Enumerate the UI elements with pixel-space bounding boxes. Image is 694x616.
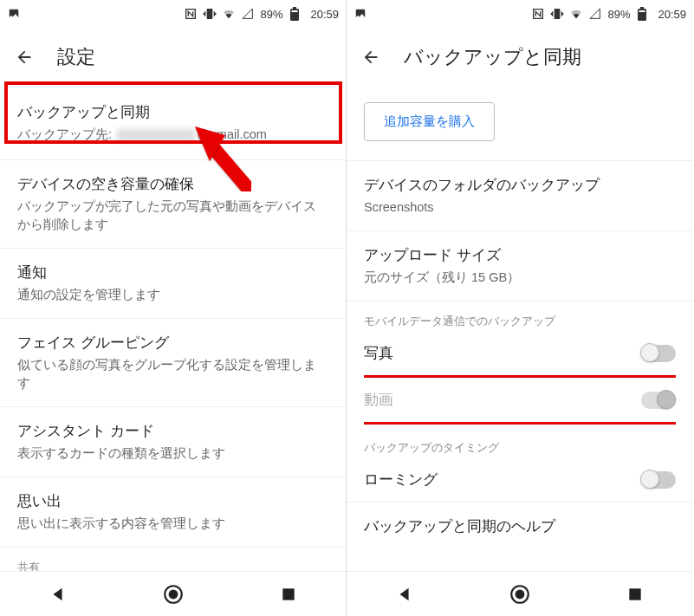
- svg-rect-1: [293, 7, 296, 9]
- nav-home[interactable]: [505, 580, 535, 609]
- svg-rect-2: [292, 10, 298, 12]
- vibrate-icon: [203, 7, 217, 21]
- item-label: アシスタント カード: [17, 421, 328, 441]
- redacted-email: [117, 129, 195, 141]
- item-sub: Screenshots: [364, 198, 676, 217]
- item-label: バックアップと同期: [17, 102, 328, 122]
- wifi-icon: [222, 7, 236, 21]
- item-free-up-space[interactable]: デバイスの空き容量の確保 バックアップが完了した元の写真や動画をデバイスから削除…: [0, 160, 346, 249]
- status-time: 20:59: [658, 8, 686, 21]
- back-button[interactable]: [7, 40, 42, 75]
- nav-recent[interactable]: [620, 580, 650, 609]
- svg-rect-11: [630, 588, 641, 600]
- item-label: デバイスの空き容量の確保: [17, 174, 328, 194]
- item-device-folders[interactable]: デバイスのフォルダのバックアップ Screenshots: [347, 161, 693, 231]
- signal-icon: [241, 7, 255, 21]
- nfc-icon: [184, 7, 198, 21]
- item-notifications[interactable]: 通知 通知の設定を管理します: [0, 249, 346, 319]
- nav-back[interactable]: [390, 580, 419, 609]
- item-sub: バックアップ先: @gmail.com: [17, 126, 328, 144]
- section-mobile-data: モバイルデータ通信でのバックアップ: [347, 302, 693, 331]
- svg-point-10: [516, 589, 525, 599]
- backup-list: 追加容量を購入 デバイスのフォルダのバックアップ Screenshots アップ…: [347, 87, 693, 571]
- title-bar: バックアップと同期: [347, 28, 693, 87]
- item-assistant-cards[interactable]: アシスタント カード 表示するカードの種類を選択します: [0, 407, 346, 477]
- switch-icon[interactable]: [641, 392, 676, 409]
- item-memories[interactable]: 思い出 思い出に表示する内容を管理します: [0, 477, 346, 548]
- switch-icon[interactable]: [641, 471, 676, 489]
- item-sub: 似ている顔の写真をグループ化する設定を管理します: [17, 356, 328, 392]
- item-sub: バックアップが完了した元の写真や動画をデバイスから削除します: [17, 198, 328, 234]
- battery-pct: 89%: [607, 8, 630, 21]
- svg-rect-7: [640, 7, 644, 9]
- svg-rect-8: [639, 10, 645, 12]
- toggle-photos[interactable]: 写真: [347, 331, 693, 375]
- toggle-label: 写真: [364, 343, 641, 363]
- item-label: デバイスのフォルダのバックアップ: [364, 175, 676, 195]
- nav-back[interactable]: [43, 580, 73, 609]
- item-label: 通知: [17, 263, 328, 282]
- page-title: バックアップと同期: [404, 44, 581, 70]
- app-icon: [7, 7, 21, 21]
- back-button[interactable]: [353, 40, 388, 75]
- svg-point-4: [168, 589, 178, 599]
- nfc-icon: [531, 7, 545, 21]
- item-label: フェイス グルーピング: [17, 333, 328, 353]
- status-time: 20:59: [310, 8, 339, 21]
- nav-home[interactable]: [159, 580, 188, 609]
- svg-rect-5: [282, 588, 294, 600]
- page-title: 設定: [57, 44, 95, 70]
- toggle-videos[interactable]: 動画: [347, 378, 693, 422]
- nav-recent[interactable]: [274, 580, 303, 609]
- toggle-roaming[interactable]: ローミング: [347, 457, 693, 503]
- item-upload-size[interactable]: アップロード サイズ 元のサイズ（残り 15 GB）: [347, 231, 693, 302]
- battery-icon: [635, 7, 649, 21]
- item-sub: 元のサイズ（残り 15 GB）: [364, 269, 676, 287]
- item-sub: 表示するカードの種類を選択します: [17, 444, 328, 463]
- item-face-grouping[interactable]: フェイス グルーピング 似ている顔の写真をグループ化する設定を管理します: [0, 319, 346, 407]
- buy-storage-button[interactable]: 追加容量を購入: [364, 102, 495, 141]
- item-backup-sync[interactable]: バックアップと同期 バックアップ先: @gmail.com: [0, 87, 346, 160]
- nav-bar: [0, 571, 346, 616]
- signal-icon: [588, 7, 602, 21]
- item-label: アップロード サイズ: [364, 245, 676, 265]
- screen-backup-sync: 89% 20:59 バックアップと同期 追加容量を購入 デバイスのフォルダのバッ…: [347, 0, 693, 616]
- toggle-label: 動画: [364, 390, 641, 410]
- item-sub: 通知の設定を管理します: [17, 286, 328, 304]
- toggle-label: ローミング: [364, 470, 641, 490]
- item-label: 思い出: [17, 491, 328, 511]
- status-bar: 89% 20:59: [0, 0, 346, 28]
- switch-icon[interactable]: [641, 345, 676, 362]
- app-icon: [353, 7, 367, 21]
- item-sub: 思い出に表示する内容を管理します: [17, 515, 328, 533]
- status-bar: 89% 20:59: [347, 0, 693, 28]
- section-timing: バックアップのタイミング: [347, 425, 693, 457]
- nav-bar: [347, 571, 693, 616]
- battery-icon: [288, 7, 302, 21]
- section-share: 共有: [0, 548, 346, 571]
- settings-list: バックアップと同期 バックアップ先: @gmail.com デバイスの空き容量の…: [0, 87, 346, 571]
- screen-settings: 89% 20:59 設定 バックアップと同期 バックアップ先: @gmail.c…: [0, 0, 347, 616]
- battery-pct: 89%: [260, 8, 282, 21]
- vibrate-icon: [550, 7, 564, 21]
- wifi-icon: [569, 7, 583, 21]
- item-help[interactable]: バックアップと同期のヘルプ: [347, 503, 693, 554]
- title-bar: 設定: [0, 28, 346, 87]
- item-label: バックアップと同期のヘルプ: [364, 516, 676, 536]
